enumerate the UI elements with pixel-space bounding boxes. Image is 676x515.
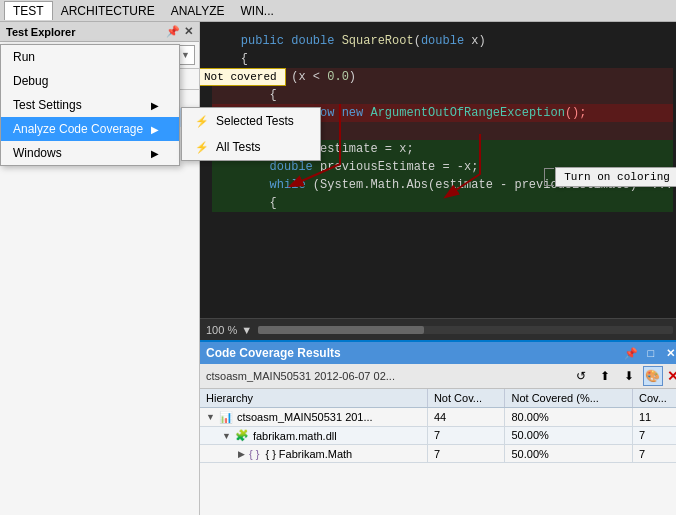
code-line-10: {: [212, 194, 673, 212]
coverage-toolbar: ctsoasm_MAIN50531 2012-06-07 02... ↺ ⬆ ⬇…: [200, 364, 676, 389]
row1-cov: 11: [632, 408, 676, 427]
coverage-table-header: Hierarchy Not Cov... Not Covered (%... C…: [200, 389, 676, 408]
col-hierarchy[interactable]: Hierarchy: [200, 389, 427, 408]
menu-test[interactable]: TEST: [4, 1, 53, 20]
coverage-panel: Code Coverage Results 📌 □ ✕ ctsoasm_MAIN…: [200, 340, 676, 515]
float-coverage-button[interactable]: □: [643, 345, 659, 361]
bracket-icon: [544, 168, 554, 186]
panel-title-controls: 📌 ✕: [166, 25, 193, 38]
coverage-row-1[interactable]: ▼ 📊 ctsoasm_MAIN50531 201... 44 80.00% 1…: [200, 408, 676, 427]
test-explorer-title-bar: Test Explorer 📌 ✕: [0, 22, 199, 42]
dropdown-run[interactable]: Run: [1, 45, 179, 69]
submenu-selected-tests[interactable]: ⚡ Selected Tests: [182, 108, 320, 134]
coverage-row-2[interactable]: ▼ 🧩 fabrikam.math.dll 7 50.00% 7: [200, 426, 676, 445]
turn-coloring-callout[interactable]: Turn on coloring: [555, 167, 676, 187]
dropdown-debug[interactable]: Debug: [1, 69, 179, 93]
right-panel: public double SquareRoot(double x) { if …: [200, 22, 676, 515]
menu-architecture[interactable]: ARCHITECTURE: [53, 2, 163, 20]
col-cov[interactable]: Cov...: [632, 389, 676, 408]
row2-cov: 7: [632, 426, 676, 445]
dropdown-test-settings[interactable]: Test Settings▶: [1, 93, 179, 117]
test-explorer-title: Test Explorer: [6, 26, 76, 38]
dll-icon-2: 🧩: [235, 429, 249, 442]
row2-not-cov: 7: [427, 426, 505, 445]
close-coverage-button[interactable]: ✕: [663, 345, 676, 361]
row3-not-cov-pct: 50.00%: [505, 445, 632, 463]
menu-bar: TEST ARCHITECTURE ANALYZE WIN...: [0, 0, 676, 22]
row1-hierarchy: ▼ 📊 ctsoasm_MAIN50531 201...: [200, 408, 427, 427]
refresh-coverage-btn[interactable]: ↺: [571, 366, 591, 386]
all-tests-icon: ⚡: [194, 139, 210, 155]
namespace-icon-3: { }: [249, 448, 259, 460]
coverage-table: Hierarchy Not Cov... Not Covered (%... C…: [200, 389, 676, 463]
zoom-dropdown[interactable]: ▼: [241, 324, 252, 336]
row3-hierarchy: ▶ { } { } Fabrikam.Math: [200, 445, 427, 463]
not-covered-callout: Not covered: [200, 68, 286, 86]
analyze-coverage-submenu: ⚡ Selected Tests ⚡ All Tests: [181, 107, 321, 161]
coloring-coverage-btn[interactable]: 🎨: [643, 366, 663, 386]
coverage-title: Code Coverage Results: [206, 346, 617, 360]
coverage-row-3[interactable]: ▶ { } { } Fabrikam.Math 7 50.00% 7: [200, 445, 676, 463]
assembly-icon-1: 📊: [219, 411, 233, 424]
close-coverage-x[interactable]: ✕: [667, 368, 676, 384]
row3-not-cov: 7: [427, 445, 505, 463]
dropdown-windows[interactable]: Windows▶: [1, 141, 179, 165]
col-not-cov[interactable]: Not Cov...: [427, 389, 505, 408]
coverage-title-bar: Code Coverage Results 📌 □ ✕: [200, 342, 676, 364]
row1-not-cov-pct: 80.00%: [505, 408, 632, 427]
coverage-title-controls: 📌 □ ✕: [623, 345, 676, 361]
import-coverage-btn[interactable]: ⬇: [619, 366, 639, 386]
zoom-level: 100 %: [206, 324, 237, 336]
search-dropdown-icon[interactable]: ▼: [181, 50, 190, 60]
code-line-1: public double SquareRoot(double x): [212, 32, 673, 50]
row2-expand-arrow[interactable]: ▼: [222, 431, 231, 441]
selected-tests-icon: ⚡: [194, 113, 210, 129]
row3-cov: 7: [632, 445, 676, 463]
code-line-2: {: [212, 50, 673, 68]
row2-not-cov-pct: 50.00%: [505, 426, 632, 445]
test-dropdown-menu: Run Debug Test Settings▶ Analyze Code Co…: [0, 44, 180, 166]
close-panel-button[interactable]: ✕: [184, 25, 193, 38]
row1-expand-arrow[interactable]: ▼: [206, 412, 215, 422]
dropdown-analyze-coverage[interactable]: Analyze Code Coverage▶: [1, 117, 179, 141]
pin-coverage-button[interactable]: 📌: [623, 345, 639, 361]
row1-not-cov: 44: [427, 408, 505, 427]
row3-expand-arrow[interactable]: ▶: [238, 449, 245, 459]
pin-button[interactable]: 📌: [166, 25, 180, 38]
turn-coloring-label: Turn on coloring: [564, 171, 670, 183]
zoom-bar: 100 % ▼: [200, 318, 676, 340]
submenu-all-tests[interactable]: ⚡ All Tests: [182, 134, 320, 160]
export-coverage-btn[interactable]: ⬆: [595, 366, 615, 386]
col-not-cov-pct[interactable]: Not Covered (%...: [505, 389, 632, 408]
row2-hierarchy: ▼ 🧩 fabrikam.math.dll: [200, 426, 427, 445]
scroll-thumb: [258, 326, 424, 334]
menu-analyze[interactable]: ANALYZE: [163, 2, 233, 20]
menu-win[interactable]: WIN...: [232, 2, 281, 20]
code-line-4: {: [212, 86, 673, 104]
coverage-file-label: ctsoasm_MAIN50531 2012-06-07 02...: [206, 370, 395, 382]
scroll-track[interactable]: [258, 326, 673, 334]
